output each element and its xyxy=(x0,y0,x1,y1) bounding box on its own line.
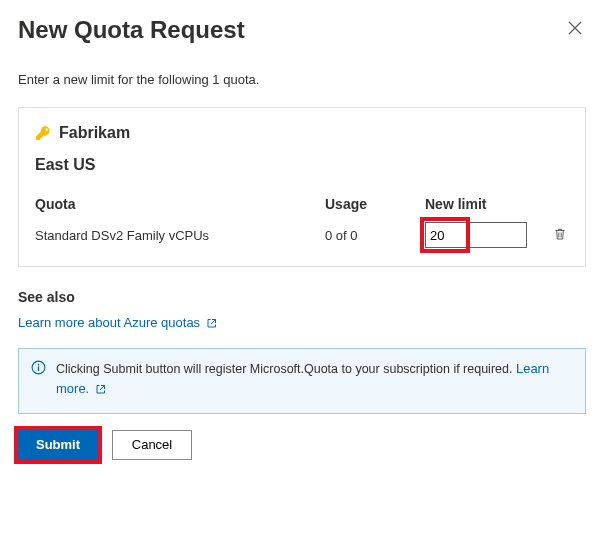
submit-button[interactable]: Submit xyxy=(18,430,98,460)
dialog-title: New Quota Request xyxy=(18,16,245,44)
svg-rect-2 xyxy=(38,366,39,371)
svg-point-1 xyxy=(38,364,40,366)
col-header-new-limit: New limit xyxy=(425,196,535,212)
region-name: East US xyxy=(35,156,569,174)
dialog-subtitle: Enter a new limit for the following 1 qu… xyxy=(18,72,586,87)
external-link-icon xyxy=(95,383,107,395)
col-header-quota: Quota xyxy=(35,196,325,212)
new-limit-input[interactable] xyxy=(425,222,527,248)
quota-name-cell: Standard DSv2 Family vCPUs xyxy=(35,228,325,243)
learn-more-quotas-link[interactable]: Learn more about Azure quotas xyxy=(18,315,218,330)
key-icon xyxy=(35,125,51,141)
see-also-heading: See also xyxy=(18,289,586,305)
subscription-name: Fabrikam xyxy=(59,124,130,142)
delete-icon[interactable] xyxy=(553,227,569,241)
subscription-row: Fabrikam xyxy=(35,124,569,142)
dialog-footer: Submit Cancel xyxy=(18,430,586,460)
col-header-usage: Usage xyxy=(325,196,425,212)
close-icon[interactable] xyxy=(564,16,586,42)
info-banner-text: Clicking Submit button will register Mic… xyxy=(56,359,573,399)
info-text: Clicking Submit button will register Mic… xyxy=(56,362,516,376)
table-row: Standard DSv2 Family vCPUs 0 of 0 xyxy=(35,222,569,248)
info-icon xyxy=(31,360,46,399)
dialog-header: New Quota Request xyxy=(18,16,586,44)
usage-cell: 0 of 0 xyxy=(325,228,425,243)
info-banner: Clicking Submit button will register Mic… xyxy=(18,348,586,414)
link-text: Learn more about Azure quotas xyxy=(18,315,200,330)
quota-panel: Fabrikam East US Quota Usage New limit S… xyxy=(18,107,586,267)
table-header: Quota Usage New limit xyxy=(35,196,569,222)
cancel-button[interactable]: Cancel xyxy=(112,430,192,460)
external-link-icon xyxy=(206,317,218,329)
